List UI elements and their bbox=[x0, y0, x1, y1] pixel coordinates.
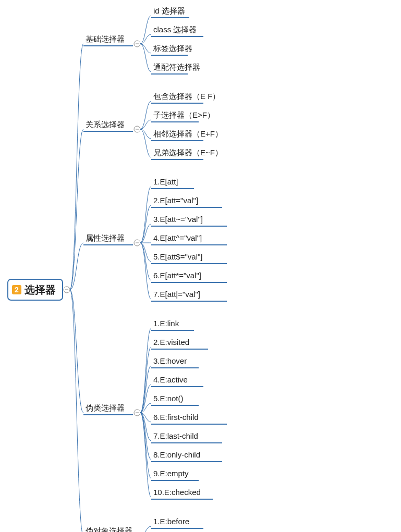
leaf-label[interactable]: 子选择器（E>F） bbox=[153, 110, 215, 119]
mindmap-canvas: 2选择器基础选择器id 选择器class 选择器标签选择器通配符选择器关系选择器… bbox=[0, 0, 401, 532]
leaf-label[interactable]: 3.E[att~="val"] bbox=[153, 215, 203, 224]
leaf-label[interactable]: 包含选择器（E F） bbox=[153, 92, 220, 101]
leaf-label[interactable]: 9.E:empty bbox=[153, 469, 189, 478]
connector bbox=[140, 526, 151, 532]
connector bbox=[140, 347, 151, 413]
leaf-label[interactable]: 标签选择器 bbox=[153, 44, 192, 53]
connector bbox=[140, 243, 151, 262]
connector bbox=[140, 243, 151, 280]
connector bbox=[70, 290, 83, 413]
leaf-label[interactable]: 3.E:hover bbox=[153, 356, 187, 365]
leaf-label[interactable]: 6.E[att*="val"] bbox=[153, 271, 201, 280]
branch-label[interactable]: 伪对象选择器 bbox=[86, 526, 132, 532]
leaf-label[interactable]: id 选择器 bbox=[153, 6, 185, 15]
leaf-label[interactable]: 兄弟选择器（E~F） bbox=[153, 148, 223, 157]
connector bbox=[70, 44, 83, 290]
branch-label[interactable]: 属性选择器 bbox=[86, 233, 125, 242]
connector bbox=[140, 187, 151, 243]
leaf-label[interactable]: 5.E:not() bbox=[153, 394, 184, 403]
connector bbox=[70, 290, 83, 532]
leaf-label[interactable]: 6.E:first-child bbox=[153, 413, 199, 422]
leaf-label[interactable]: class 选择器 bbox=[153, 25, 197, 34]
leaf-label[interactable]: 2.E[att="val"] bbox=[153, 196, 198, 205]
connector bbox=[140, 413, 151, 478]
leaf-label[interactable]: 4.E:active bbox=[153, 375, 188, 384]
leaf-label[interactable]: 通配符选择器 bbox=[153, 63, 200, 71]
leaf-label[interactable]: 4.E[att^="val"] bbox=[153, 233, 202, 242]
connector bbox=[140, 413, 151, 497]
leaf-label[interactable]: 2.E:visited bbox=[153, 338, 189, 347]
leaf-label[interactable]: 7.E[att|="val"] bbox=[153, 290, 200, 299]
leaf-label[interactable]: 1.E[att] bbox=[153, 177, 178, 186]
branch-label[interactable]: 关系选择器 bbox=[86, 120, 125, 129]
leaf-label[interactable]: 1.E:link bbox=[153, 319, 179, 328]
connector bbox=[140, 205, 151, 243]
leaf-label[interactable]: 1.E:before bbox=[153, 517, 189, 526]
leaf-label[interactable]: 相邻选择器（E+F） bbox=[153, 129, 223, 138]
root-label: 选择器 bbox=[24, 284, 56, 295]
connector bbox=[140, 328, 151, 413]
root-badge-text: 2 bbox=[15, 286, 19, 294]
leaf-label[interactable]: 10.E:checked bbox=[153, 488, 201, 497]
connector bbox=[140, 224, 151, 243]
connector bbox=[140, 243, 151, 299]
leaf-label[interactable]: 5.E[att$="val"] bbox=[153, 252, 202, 261]
leaf-label[interactable]: 7.E:last-child bbox=[153, 431, 198, 440]
branch-label[interactable]: 伪类选择器 bbox=[86, 403, 125, 412]
leaf-label[interactable]: 8.E:only-child bbox=[153, 450, 200, 459]
branch-label[interactable]: 基础选择器 bbox=[86, 34, 125, 43]
